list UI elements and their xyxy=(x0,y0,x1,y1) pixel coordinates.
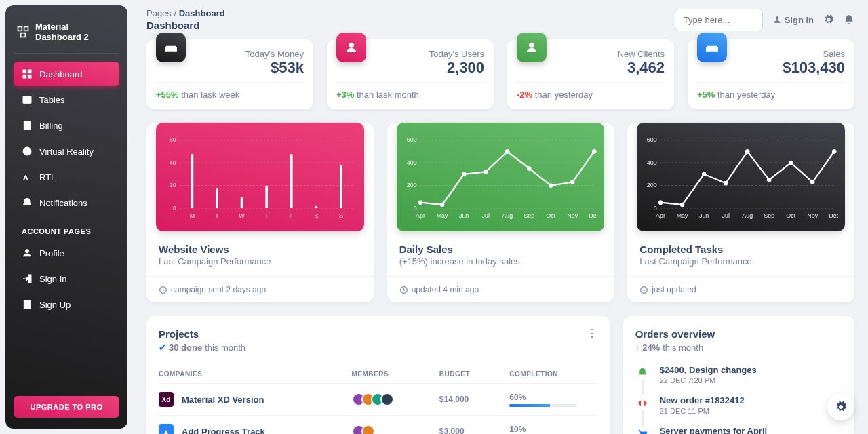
signup-icon xyxy=(22,299,33,310)
stat-icon xyxy=(156,33,186,62)
bell-icon xyxy=(22,197,33,208)
svg-text:400: 400 xyxy=(647,159,657,166)
gear-icon[interactable] xyxy=(823,14,834,25)
svg-text:600: 600 xyxy=(647,136,657,143)
sidebar-item-notifications[interactable]: Notifications xyxy=(14,191,119,215)
chart-card: 0200400600AprMayJunJulAugSepOctNovDec Da… xyxy=(387,123,614,302)
clock-icon xyxy=(639,285,648,294)
search-input[interactable] xyxy=(675,9,763,31)
bell-icon[interactable] xyxy=(844,14,854,25)
svg-text:Dec: Dec xyxy=(589,212,597,219)
weekend-icon xyxy=(164,41,178,54)
stat-icon xyxy=(336,33,366,62)
sidebar-item-label: Billing xyxy=(39,121,63,131)
avatar xyxy=(380,393,394,406)
stat-card: Today's Money$53k +55% than lask week xyxy=(146,39,313,109)
svg-text:May: May xyxy=(677,212,688,219)
svg-rect-32 xyxy=(191,154,194,208)
chart-canvas: 0200400600AprMayJunJulAugSepOctNovDec xyxy=(397,123,605,231)
orders-timeline: $2400, Design changes22 DEC 7:20 PM New … xyxy=(635,365,842,434)
chart-footer: just updated xyxy=(627,276,854,302)
page-title: Dashboard xyxy=(146,20,225,31)
timeline-title: Server payments for April xyxy=(660,426,767,434)
chart-title: Daily Sales xyxy=(399,243,602,255)
timeline-item: New order #183241221 DEC 11 PM xyxy=(635,395,842,426)
chart-subtitle: (+15%) increase in today sales. xyxy=(399,256,602,267)
svg-text:May: May xyxy=(436,212,448,219)
timeline-icon xyxy=(635,426,650,434)
projects-subtitle: ✔ 30 done this month xyxy=(159,342,245,353)
sidebar-item-sign-up[interactable]: Sign Up xyxy=(14,292,119,317)
chart-subtitle: Last Campaign Performance xyxy=(159,256,361,267)
projects-table-body: XdMaterial XD Version $14,000 60% ▲Add P… xyxy=(159,384,597,434)
sidebar-item-dashboard[interactable]: Dashboard xyxy=(14,62,119,86)
svg-text:0: 0 xyxy=(654,205,657,212)
company-name: Add Progress Track xyxy=(182,427,265,435)
check-icon: ✔ xyxy=(159,342,166,353)
svg-text:F: F xyxy=(290,212,294,219)
projects-table-header: COMPANIESMEMBERSBUDGETCOMPLETION xyxy=(159,365,597,384)
svg-text:S: S xyxy=(339,212,343,219)
chart-card: 0200400600AprMayJunJulAugSepOctNovDec Co… xyxy=(627,123,854,302)
svg-text:Jul: Jul xyxy=(481,212,489,219)
user-icon xyxy=(344,41,358,54)
svg-rect-34 xyxy=(216,188,218,208)
stat-footer: +3% than lask month xyxy=(336,82,484,100)
table-col-header: MEMBERS xyxy=(352,370,439,378)
sidebar-item-label: RTL xyxy=(39,172,56,182)
dashboard-icon xyxy=(22,68,33,79)
table-col-header: BUDGET xyxy=(439,370,509,378)
nav: DashboardTablesBillingVirtual RealityART… xyxy=(14,62,119,396)
sidebar-item-billing[interactable]: Billing xyxy=(14,113,119,138)
svg-rect-6 xyxy=(28,75,31,78)
svg-text:Apr: Apr xyxy=(416,212,425,219)
upgrade-button[interactable]: UPGRADE TO PRO xyxy=(14,396,119,418)
stat-card: Today's Users2,300 +3% than lask month xyxy=(327,39,494,109)
stat-icon xyxy=(517,33,547,62)
company-name: Material XD Version xyxy=(182,395,264,405)
svg-text:T: T xyxy=(264,212,269,219)
svg-rect-36 xyxy=(241,197,243,208)
completion-value: 10% xyxy=(509,425,597,434)
svg-point-75 xyxy=(462,172,466,176)
receipt-icon xyxy=(22,120,33,131)
svg-point-109 xyxy=(658,201,663,205)
timeline-title: $2400, Design changes xyxy=(660,365,757,375)
more-menu-icon[interactable]: ⋮ xyxy=(587,328,597,339)
svg-text:40: 40 xyxy=(170,159,176,166)
sidebar-item-label: Sign In xyxy=(39,274,66,284)
signin-link[interactable]: Sign In xyxy=(772,15,814,25)
projects-done-count: 30 done xyxy=(169,342,202,353)
brand-text: Material Dashboard 2 xyxy=(35,22,117,42)
stat-change: -2% xyxy=(517,90,532,100)
chart-footer: updated 4 min ago xyxy=(387,276,614,302)
sidebar-item-rtl[interactable]: ARTL xyxy=(14,165,119,189)
sidebar-item-profile[interactable]: Profile xyxy=(14,241,119,265)
chart-footer: campaign sent 2 days ago xyxy=(146,276,374,302)
svg-text:Dec: Dec xyxy=(829,212,838,219)
svg-point-116 xyxy=(810,180,814,184)
settings-fab[interactable] xyxy=(827,393,854,420)
chart-svg: 0204060MTWTFSS xyxy=(163,132,357,226)
sidebar-item-label: Dashboard xyxy=(39,69,83,79)
sidebar-item-virtual-reality[interactable]: Virtual Reality xyxy=(14,139,119,163)
sidebar-item-sign-in[interactable]: Sign In xyxy=(14,267,119,291)
stat-footer: +55% than lask week xyxy=(156,82,304,100)
stat-change: +3% xyxy=(336,90,354,100)
table-row: XdMaterial XD Version $14,000 60% xyxy=(159,384,597,416)
sidebar-item-tables[interactable]: Tables xyxy=(14,87,119,112)
chart-foot-text: campaign sent 2 days ago xyxy=(171,285,266,294)
svg-point-80 xyxy=(570,180,574,184)
sidebar-section-label: ACCOUNT PAGES xyxy=(14,216,119,241)
svg-rect-40 xyxy=(290,154,293,208)
orders-card: Orders overview ↑ 24% this month $2400, … xyxy=(623,316,854,434)
table-col-header: COMPLETION xyxy=(509,370,597,378)
sidebar: Material Dashboard 2 DashboardTablesBill… xyxy=(5,5,127,429)
svg-point-23 xyxy=(530,43,534,47)
stat-note: than yesterday xyxy=(715,90,775,100)
weekend-icon xyxy=(705,41,719,54)
company-logo: Xd xyxy=(159,392,174,407)
budget-cell: $3,000 xyxy=(439,427,509,434)
breadcrumb-root[interactable]: Pages xyxy=(146,8,172,18)
svg-point-114 xyxy=(767,178,771,182)
